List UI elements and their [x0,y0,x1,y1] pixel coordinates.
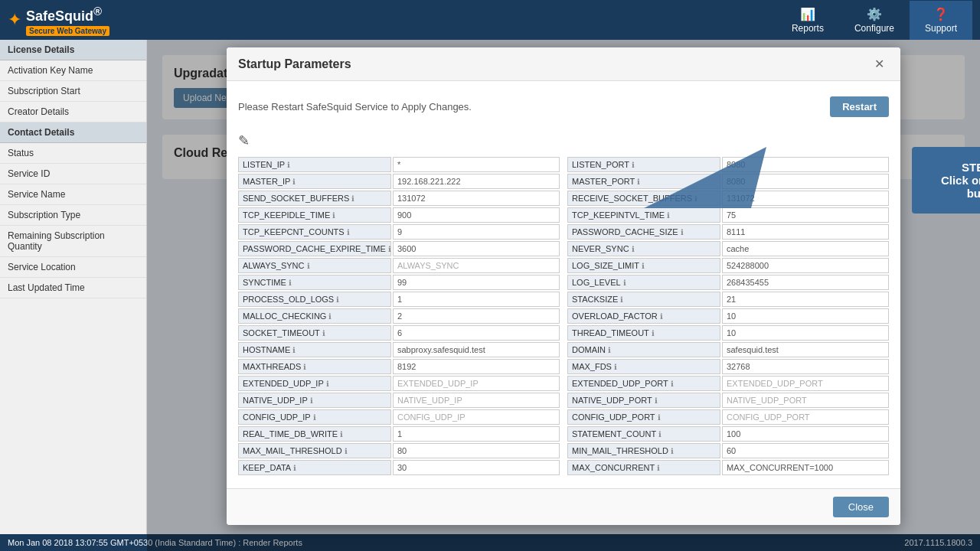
param-row: EXTENDED_UDP_PORT ℹEXTENDED_UDP_PORT [567,376,889,391]
param-row: MAX_FDS ℹ32768 [567,359,889,374]
param-info-icon[interactable]: ℹ [388,245,391,253]
param-info-icon[interactable]: ℹ [307,262,310,270]
param-row: LISTEN_IP ℹ* [238,157,560,172]
logo-area: ✦ SafeSquid® Secure Web Gateway [8,5,109,36]
param-info-icon[interactable]: ℹ [345,447,348,455]
sidebar-item-subscription-type[interactable]: Subscription Type [0,205,146,226]
param-value: 268435455 [722,275,889,290]
param-info-icon[interactable]: ℹ [658,413,661,422]
param-info-icon[interactable]: ℹ [336,295,339,304]
configure-icon: ⚙️ [867,7,882,21]
param-info-icon[interactable]: ℹ [340,430,343,439]
param-info-icon[interactable]: ℹ [655,396,658,405]
dialog-body: Please Restart SafeSquid Service to Appl… [227,81,900,488]
param-value: ALWAYS_SYNC [393,258,560,273]
param-info-icon[interactable]: ℹ [667,211,670,220]
param-info-icon[interactable]: ℹ [292,178,296,186]
param-label: NEVER_SYNC ℹ [567,241,720,256]
param-label: PASSWORD_CACHE_EXPIRE_TIME ℹ [238,241,391,256]
param-value: 1 [393,426,560,442]
param-info-icon[interactable]: ℹ [322,329,325,337]
param-info-icon[interactable]: ℹ [313,413,316,422]
param-info-icon[interactable]: ℹ [351,194,354,203]
nav-configure[interactable]: ⚙️ Configure [839,1,910,40]
param-info-icon[interactable]: ℹ [332,211,335,220]
sidebar-item-service-name[interactable]: Service Name [0,184,146,205]
param-value: 10 [722,308,889,324]
param-info-icon[interactable]: ℹ [292,346,296,354]
param-label: LISTEN_PORT ℹ [567,157,720,172]
param-info-icon[interactable]: ℹ [632,161,635,169]
param-info-icon[interactable]: ℹ [658,430,662,439]
param-info-icon[interactable]: ℹ [326,380,329,388]
param-info-icon[interactable]: ℹ [637,178,640,186]
dialog-close-button[interactable]: ✕ [870,55,889,73]
sidebar-item-activation-key[interactable]: Activation Key Name [0,60,146,81]
param-info-icon[interactable]: ℹ [652,329,655,337]
param-value: EXTENDED_UDP_IP [393,376,560,391]
sidebar-item-service-location[interactable]: Service Location [0,257,146,278]
param-row: HOSTNAME ℹsabproxy.safesquid.test [238,342,560,357]
param-row: LOG_LEVEL ℹ268435455 [567,275,889,290]
param-info-icon[interactable]: ℹ [681,228,684,236]
param-label: THREAD_TIMEOUT ℹ [567,325,720,341]
param-label: EXTENDED_UDP_IP ℹ [238,376,391,391]
sidebar-item-remaining-subscription[interactable]: Remaining Subscription Quantity [0,226,146,257]
param-row: LOG_SIZE_LIMIT ℹ524288000 [567,258,889,273]
param-info-icon[interactable]: ℹ [303,363,306,371]
param-info-icon[interactable]: ℹ [623,279,626,287]
param-value: EXTENDED_UDP_PORT [722,376,889,391]
param-row: PASSWORD_CACHE_SIZE ℹ8111 [567,224,889,240]
param-row: EXTENDED_UDP_IP ℹEXTENDED_UDP_IP [238,376,560,391]
param-row: SOCKET_TIMEOUT ℹ6 [238,325,560,341]
param-row: NATIVE_UDP_IP ℹNATIVE_UDP_IP [238,393,560,408]
param-info-icon[interactable]: ℹ [620,295,623,304]
param-row: STACKSIZE ℹ21 [567,292,889,307]
param-value: cache [722,241,889,256]
edit-icon[interactable]: ✎ [238,133,250,148]
param-info-icon[interactable]: ℹ [293,464,296,472]
param-info-icon[interactable]: ℹ [671,380,674,388]
sidebar-item-service-id[interactable]: Service ID [0,164,146,184]
param-label: KEEP_DATA ℹ [238,460,391,475]
param-info-icon[interactable]: ℹ [642,262,645,270]
nav-support[interactable]: ❓ Support [910,1,972,40]
sidebar: License Details Activation Key Name Subs… [0,40,147,551]
sidebar-item-subscription-start[interactable]: Subscription Start [0,81,146,102]
param-info-icon[interactable]: ℹ [671,447,674,455]
param-label: REAL_TIME_DB_WRITE ℹ [238,426,391,442]
param-info-icon[interactable]: ℹ [328,312,332,321]
param-info-icon[interactable]: ℹ [660,312,663,321]
restart-button[interactable]: Restart [830,96,889,117]
param-label: EXTENDED_UDP_PORT ℹ [567,376,720,391]
params-right-column: LISTEN_PORT ℹ8080MASTER_PORT ℹ8080RECEIV… [567,157,889,477]
param-info-icon[interactable]: ℹ [614,363,617,371]
param-info-icon[interactable]: ℹ [347,228,350,236]
param-row: MAXTHREADS ℹ8192 [238,359,560,374]
param-value: 900 [393,207,560,223]
logo-icon: ✦ [8,10,21,30]
nav-reports[interactable]: 📊 Reports [776,1,839,40]
param-label: MAXTHREADS ℹ [238,359,391,374]
param-row: THREAD_TIMEOUT ℹ10 [567,325,889,341]
param-value: 32768 [722,359,889,374]
param-info-icon[interactable]: ℹ [289,279,292,287]
main-layout: License Details Activation Key Name Subs… [0,40,980,551]
param-info-icon[interactable]: ℹ [694,194,697,203]
param-info-icon[interactable]: ℹ [287,161,290,169]
restart-message: Please Restart SafeSquid Service to Appl… [238,101,472,112]
sidebar-item-last-updated[interactable]: Last Updated Time [0,278,146,298]
param-row: SYNCTIME ℹ99 [238,275,560,290]
param-info-icon[interactable]: ℹ [310,396,313,405]
sidebar-item-creator-details[interactable]: Creator Details [0,102,146,122]
param-value: 6 [393,325,560,341]
param-info-icon[interactable]: ℹ [657,464,660,472]
param-label: TCP_KEEPIDLE_TIME ℹ [238,207,391,223]
param-info-icon[interactable]: ℹ [608,346,611,354]
close-button[interactable]: Close [833,497,889,517]
param-info-icon[interactable]: ℹ [632,245,635,253]
nav-support-label: Support [925,23,957,34]
param-label: CONFIG_UDP_PORT ℹ [567,409,720,425]
param-value: 10 [722,325,889,341]
sidebar-item-status[interactable]: Status [0,143,146,164]
